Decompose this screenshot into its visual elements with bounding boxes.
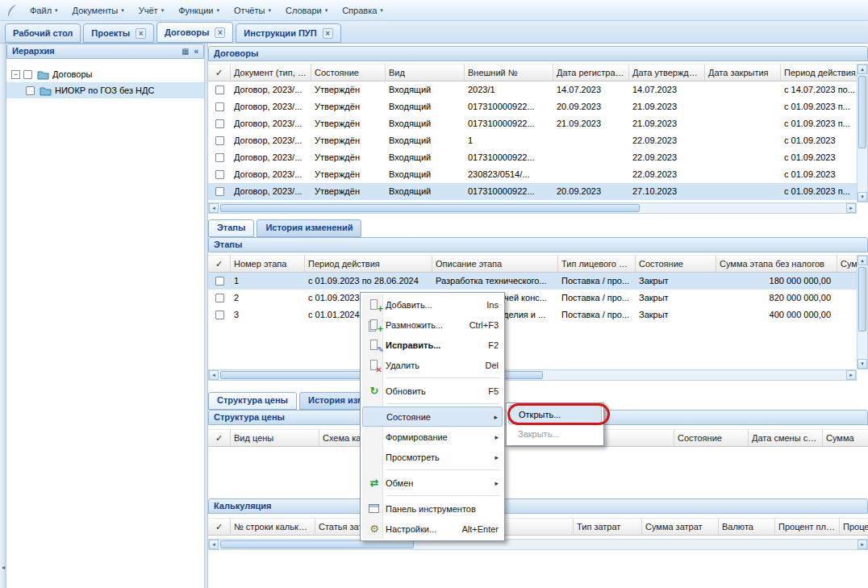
menu-item-delete[interactable]: ✕ УдалитьDel (362, 355, 503, 375)
row-checkbox[interactable] (215, 85, 224, 94)
stages-col-description[interactable]: Описание этапа (432, 255, 558, 273)
contracts-col-approve-date[interactable]: Дата утверждения (629, 64, 705, 81)
row-checkbox[interactable] (215, 170, 224, 179)
row-checkbox[interactable] (215, 187, 224, 196)
row-checkbox[interactable] (215, 294, 224, 302)
menu-reports[interactable]: Отчёты▾ (227, 0, 278, 20)
tree-checkbox[interactable] (23, 70, 32, 79)
calc-col-percent-plan[interactable]: Процент план (775, 518, 840, 536)
menu-item-toolbar[interactable]: Панель инструментов (362, 498, 503, 519)
contracts-col-external-number[interactable]: Внешний № (465, 64, 553, 81)
row-checkbox[interactable] (215, 136, 224, 145)
menu-item-edit[interactable]: ✎ Исправить...F2 (362, 335, 503, 355)
close-icon[interactable]: × (323, 28, 333, 39)
calculation-horizontal-scrollbar[interactable]: ◂ ▸ (208, 539, 868, 550)
scroll-down-icon[interactable]: ▾ (858, 192, 867, 202)
scroll-down-icon[interactable]: ▾ (858, 359, 867, 369)
contracts-col-close-date[interactable]: Дата закрытия (705, 64, 781, 81)
collapse-panel-icon[interactable]: « (194, 44, 198, 58)
contracts-col-document[interactable]: Документ (тип, №... (231, 64, 311, 81)
table-row[interactable]: 2 с 01.09.2023 по ... Выполнение прочей … (208, 290, 857, 307)
menu-item-state[interactable]: Состояние▸ (362, 407, 503, 427)
stages-col-state[interactable]: Состояние (636, 255, 716, 273)
table-row[interactable]: Договор, 2023/... Утверждён Входящий 017… (208, 98, 857, 115)
stages-col-sum-no-tax[interactable]: Сумма этапа без налогов (716, 255, 837, 273)
table-row[interactable]: Договор, 2023/... Утверждён Входящий 017… (208, 149, 857, 166)
calc-col-currency[interactable]: Валюта (719, 518, 775, 536)
menu-documents[interactable]: Документы▾ (65, 0, 131, 20)
menu-accounting[interactable]: Учёт▾ (131, 0, 171, 20)
contracts-col-state[interactable]: Состояние (311, 64, 386, 81)
stages-col-period[interactable]: Период действия (305, 255, 432, 273)
scroll-right-icon[interactable]: ▸ (846, 370, 856, 380)
calc-col-check[interactable]: ✓ (208, 518, 231, 536)
row-checkbox[interactable] (215, 102, 224, 111)
menu-item-settings[interactable]: ⚙ Настройки...Alt+Enter (362, 519, 503, 539)
tab-stage-history[interactable]: История изменений (257, 219, 361, 237)
menu-item-view[interactable]: Просмотреть▸ (362, 447, 503, 467)
stages-col-account-type[interactable]: Тип лицевого счёта (558, 255, 636, 273)
table-row[interactable]: 1 с 01.09.2023 по 28.06.2024 Разработка … (208, 273, 857, 290)
tab-stages[interactable]: Этапы (208, 219, 254, 237)
collapsed-panel-strip[interactable]: ◂ (0, 44, 6, 588)
table-row[interactable]: Договор, 2023/... Утверждён Входящий 017… (208, 115, 857, 132)
table-row[interactable]: Договор, 2023/... Утверждён Входящий 202… (208, 81, 857, 98)
grid-view-icon[interactable]: ▦ (182, 44, 189, 58)
stages-col-sum[interactable]: Сумма (837, 255, 857, 273)
price-col-check[interactable]: ✓ (208, 429, 231, 447)
scroll-right-icon[interactable]: ▸ (846, 203, 856, 213)
tree-checkbox[interactable] (26, 86, 35, 95)
price-col-change-date[interactable]: Дата смены состояния (749, 429, 823, 447)
table-row[interactable]: Договор, 2023/... Утверждён Входящий 017… (208, 183, 857, 200)
tab-desktop[interactable]: Рабочий стол× (5, 23, 81, 43)
row-checkbox[interactable] (215, 153, 224, 162)
scroll-left-icon[interactable]: ◂ (209, 203, 219, 213)
menu-item-exchange[interactable]: ⇄ Обмен▸ (362, 473, 503, 493)
close-icon[interactable]: × (215, 27, 225, 38)
tree-item-contracts[interactable]: − Договоры (6, 66, 204, 82)
menu-help[interactable]: Справка▾ (335, 0, 390, 20)
scroll-thumb[interactable] (858, 267, 866, 332)
tab-price-structure[interactable]: Структура цены (208, 392, 297, 410)
collapse-arrow-icon[interactable]: ◂ (0, 564, 6, 571)
scroll-left-icon[interactable]: ◂ (209, 540, 219, 549)
scroll-thumb[interactable] (858, 76, 866, 148)
row-checkbox[interactable] (215, 311, 224, 319)
menu-functions[interactable]: Функции▾ (171, 0, 227, 20)
scroll-right-icon[interactable]: ▸ (858, 540, 867, 549)
calc-col-percent-fact[interactable]: Процент факт (840, 518, 868, 536)
scroll-thumb[interactable] (220, 204, 640, 212)
price-col-sum[interactable]: Сумма (823, 429, 868, 447)
scroll-up-icon[interactable]: ▴ (858, 65, 867, 74)
tab-projects[interactable]: Проекты× (83, 23, 154, 43)
contracts-horizontal-scrollbar[interactable]: ◂ ▸ (208, 202, 857, 214)
menu-item-add[interactable]: + Добавить...Ins (362, 294, 503, 315)
contracts-col-kind[interactable]: Вид (386, 64, 465, 81)
stages-horizontal-scrollbar[interactable]: ◂ ▸ (208, 369, 857, 381)
stages-col-number[interactable]: Номер этапа (231, 255, 305, 273)
contracts-vertical-scrollbar[interactable]: ▴ ▾ (857, 64, 868, 202)
contracts-col-reg-date[interactable]: Дата регистрации (553, 64, 629, 81)
menu-item-refresh[interactable]: ↻ ОбновитьF5 (362, 381, 503, 401)
calc-col-cost-sum[interactable]: Сумма затрат (642, 518, 719, 536)
table-row[interactable]: 3 с 01.01.2024 по ... Изготовление издел… (208, 307, 857, 323)
menu-file[interactable]: Файл▾ (23, 0, 65, 20)
menu-item-duplicate[interactable]: + Размножить...Ctrl+F3 (362, 315, 503, 335)
tree-item-niokr[interactable]: НИОКР по ГОЗ без НДС (6, 82, 204, 98)
stages-col-check[interactable]: ✓ (208, 255, 231, 273)
scroll-up-icon[interactable]: ▴ (858, 256, 867, 265)
row-checkbox[interactable] (215, 119, 224, 128)
contracts-col-period[interactable]: Период действия... (781, 64, 857, 81)
tab-instructions-pup[interactable]: Инструкции ПУП× (236, 23, 340, 43)
tab-contracts[interactable]: Договоры× (156, 22, 233, 43)
scroll-left-icon[interactable]: ◂ (209, 370, 219, 380)
calc-col-line-number[interactable]: № строки калькуляции (231, 518, 315, 536)
price-col-kind[interactable]: Вид цены (231, 429, 319, 447)
scroll-thumb[interactable] (220, 540, 414, 548)
close-icon[interactable]: × (136, 28, 146, 39)
contracts-col-check[interactable]: ✓ (208, 64, 231, 81)
row-checkbox[interactable] (215, 277, 224, 286)
calc-col-cost-type[interactable]: Тип затрат (574, 518, 642, 536)
price-col-state[interactable]: Состояние (674, 429, 749, 447)
table-row[interactable]: Договор, 2023/... Утверждён Входящий 1 2… (208, 132, 857, 149)
